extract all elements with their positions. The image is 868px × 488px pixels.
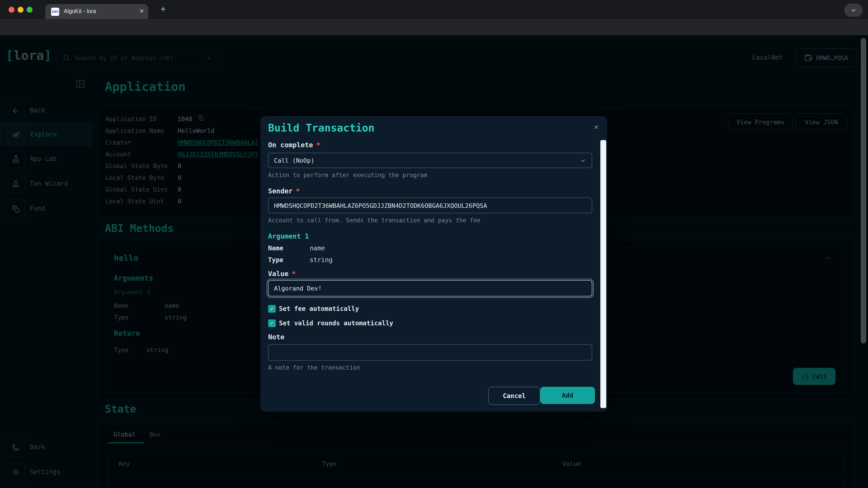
sender-helper: Account to call from. Sends the transact… [268, 217, 480, 224]
argument-name-label: Name [268, 245, 283, 252]
tab-close-icon[interactable]: ✕ [139, 4, 144, 19]
note-input[interactable] [268, 344, 592, 361]
modal-title: Build Transaction [268, 122, 375, 134]
set-fee-label: Set fee automatically [279, 305, 359, 312]
browser-tab[interactable]: [ak] AlgoKit - lora ✕ [45, 4, 148, 19]
set-valid-rounds-label: Set valid rounds automatically [279, 320, 393, 327]
on-complete-helper: Action to perform after executing the pr… [268, 172, 427, 178]
new-tab-button[interactable]: + [156, 2, 170, 17]
required-asterisk: * [296, 187, 300, 195]
add-button[interactable]: Add [540, 387, 595, 404]
browser-tab-strip: [ak] AlgoKit - lora ✕ + [0, 0, 868, 19]
window-zoom-button[interactable] [27, 7, 33, 13]
value-input[interactable] [268, 280, 592, 296]
argument-name-value: name [310, 245, 325, 252]
argument-type-label: Type [268, 256, 283, 263]
note-label: Note [268, 333, 284, 341]
on-complete-select[interactable]: Call (NoOp) [268, 153, 592, 168]
set-valid-rounds-checkbox[interactable]: ✓ [268, 320, 276, 327]
set-fee-checkbox[interactable]: ✓ [268, 305, 276, 313]
modal-close-icon[interactable]: ✕ [592, 123, 601, 131]
browser-toolbar: lora.algokit.io/localnet/application/104… [0, 19, 868, 35]
on-complete-value: Call (NoOp) [274, 157, 314, 164]
modal-scrollbar-thumb[interactable] [600, 140, 606, 408]
required-asterisk: * [291, 270, 296, 278]
page-scrollbar-thumb[interactable] [861, 38, 866, 344]
note-helper: A note for the transaction [268, 364, 360, 371]
sender-input[interactable] [268, 197, 592, 213]
value-label: Value* [268, 269, 296, 278]
window-minimize-button[interactable] [18, 7, 24, 13]
build-transaction-modal: Build Transaction ✕ On complete* Call (N… [260, 116, 607, 412]
required-asterisk: * [316, 141, 320, 149]
sender-label: Sender* [268, 187, 300, 195]
tab-title: AlgoKit - lora [64, 4, 96, 19]
screen: [ak] AlgoKit - lora ✕ + lora.algokit.io/… [0, 0, 868, 488]
chevron-down-icon [580, 157, 586, 164]
on-complete-label: On complete* [268, 140, 320, 149]
argument-1-heading: Argument 1 [268, 232, 309, 240]
tab-favicon: [ak] [51, 8, 59, 16]
argument-type-value: string [310, 256, 333, 263]
tab-search-button[interactable] [844, 4, 863, 17]
window-close-button[interactable] [8, 7, 14, 13]
cancel-button[interactable]: Cancel [488, 387, 540, 405]
chevron-down-icon [850, 7, 857, 13]
